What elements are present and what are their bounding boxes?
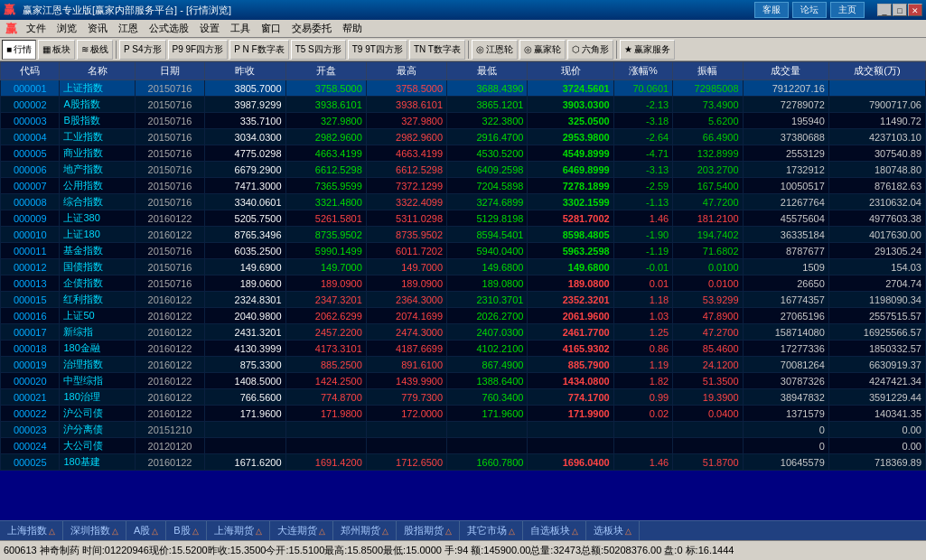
toolbar-ps4[interactable]: P S4方形 (119, 40, 166, 60)
table-row[interactable]: 000010 上证180 20160122 8765.3496 8735.950… (1, 227, 926, 243)
tab-dl-futures[interactable]: 大连期货△ (270, 521, 333, 541)
cell-low (447, 438, 528, 454)
toolbar-service[interactable]: ★赢家服务 (620, 40, 675, 60)
menu-tools[interactable]: 工具 (225, 20, 256, 37)
tab-zz-futures[interactable]: 郑州期货△ (333, 521, 397, 541)
table-row[interactable]: 000005 商业指数 20150716 4775.0298 4663.4199… (1, 145, 926, 162)
title-bar: 赢 赢家江恩专业版[赢家内部服务平台] - [行情浏览] 客服 论坛 主页 _ … (0, 0, 926, 20)
customer-service-button[interactable]: 客服 (754, 2, 789, 18)
table-row[interactable]: 000012 国债指数 20150716 149.6900 149.7000 1… (1, 259, 926, 275)
table-row[interactable]: 000019 治理指数 20160122 875.3300 885.2500 8… (1, 357, 926, 373)
header-low: 最低 (447, 62, 528, 80)
cell-name: 基金指数 (60, 243, 135, 259)
toolbar: ■ 行情 ▦ 板块 ≋ 极线 P S4方形 P9 9F四方形 P N F数字表 … (0, 38, 926, 61)
close-button[interactable]: ✕ (908, 4, 922, 16)
menu-formula[interactable]: 公式选股 (144, 20, 194, 37)
table-row[interactable]: 000001 上证指数 20150716 3805.7000 3758.5000… (1, 80, 926, 97)
cell-code: 000017 (1, 324, 60, 341)
menu-help[interactable]: 帮助 (337, 20, 368, 37)
toolbar-ts4[interactable]: T5 S四方形 (291, 40, 346, 60)
toolbar-jianen-wheel[interactable]: ◎江恩轮 (472, 40, 518, 60)
table-row[interactable]: 000016 上证50 20160122 2040.9800 2062.6299… (1, 308, 926, 324)
cell-high: 189.0900 (366, 275, 446, 292)
tab-watchlist[interactable]: 自选板块△ (523, 521, 586, 541)
menu-news[interactable]: 资讯 (82, 20, 113, 37)
table-row[interactable]: 000022 沪公司债 20160122 171.9600 171.9800 1… (1, 406, 926, 422)
header-amount: 成交额(万) (828, 62, 925, 80)
minimize-button[interactable]: _ (877, 4, 892, 16)
quotes-table: 代码 名称 日期 昨收 开盘 最高 最低 现价 涨幅% 振幅 成交量 成交额(万… (0, 61, 926, 471)
table-row[interactable]: 000020 中型综指 20160122 1408.5000 1424.2500… (1, 373, 926, 389)
table-row[interactable]: 000013 企债指数 20150716 189.0600 189.0900 1… (1, 275, 926, 292)
cell-name: 工业指数 (60, 129, 135, 145)
table-row[interactable]: 000018 180金融 20160122 4130.3999 4173.310… (1, 341, 926, 357)
cell-date: 20160122 (135, 454, 204, 471)
table-row[interactable]: 000007 公用指数 20150716 7471.3000 7365.9599… (1, 178, 926, 194)
cell-high: 4187.6699 (366, 341, 446, 357)
cell-open: 327.9800 (285, 113, 366, 129)
cell-low: 2916.4700 (447, 129, 528, 145)
toolbar-quotes[interactable]: ■ 行情 (2, 40, 36, 60)
app-logo: 赢 (4, 2, 15, 18)
maximize-button[interactable]: □ (893, 4, 907, 16)
toolbar-hex[interactable]: ⬡六角形 (567, 40, 613, 60)
cell-name: 沪公司债 (60, 406, 135, 422)
table-scroll[interactable]: 代码 名称 日期 昨收 开盘 最高 最低 现价 涨幅% 振幅 成交量 成交额(万… (0, 61, 926, 520)
table-row[interactable]: 000011 基金指数 20150716 6035.2500 5990.1499… (1, 243, 926, 259)
cell-date: 20151210 (135, 422, 204, 438)
cell-high: 2982.9600 (366, 129, 446, 145)
menu-bar: 赢 文件 浏览 资讯 江恩 公式选股 设置 工具 窗口 交易委托 帮助 (0, 20, 926, 38)
cell-open: 1424.2500 (285, 373, 366, 389)
table-row[interactable]: 000025 180基建 20160122 1671.6200 1691.420… (1, 454, 926, 471)
tab-other-market[interactable]: 其它市场△ (460, 521, 523, 541)
menu-window[interactable]: 窗口 (256, 20, 286, 37)
cell-name: 企债指数 (60, 275, 135, 292)
menu-trade[interactable]: 交易委托 (286, 20, 337, 37)
toolbar-pnf[interactable]: P N F数字表 (229, 40, 288, 60)
table-row[interactable]: 000023 沪分离债 20151210 0 0.00 (1, 422, 926, 438)
menu-settings[interactable]: 设置 (194, 20, 225, 37)
toolbar-polar[interactable]: ≋ 极线 (77, 40, 113, 60)
table-row[interactable]: 000024 大公司债 20120120 0 0.00 (1, 438, 926, 454)
table-row[interactable]: 000006 地产指数 20150716 6679.2900 6612.5298… (1, 162, 926, 178)
cell-high: 1712.6500 (366, 454, 446, 471)
menu-jianen[interactable]: 江恩 (113, 20, 144, 37)
tab-b-shares[interactable]: B股△ (166, 521, 206, 541)
cell-close: 4130.3999 (205, 341, 285, 357)
table-row[interactable]: 000008 综合指数 20150716 3340.0601 3321.4800… (1, 194, 926, 210)
table-row[interactable]: 000004 工业指数 20150716 3034.0300 2982.9600… (1, 129, 926, 145)
forum-button[interactable]: 论坛 (792, 2, 827, 18)
cell-close: 1671.6200 (205, 454, 285, 471)
cell-date: 20150716 (135, 259, 204, 275)
toolbar-win-wheel[interactable]: ◎赢家轮 (519, 40, 566, 60)
table-row[interactable]: 000021 180治理 20160122 766.5600 774.8700 … (1, 389, 926, 406)
homepage-button[interactable]: 主页 (830, 2, 865, 18)
cell-low (447, 422, 528, 438)
tab-shanghai[interactable]: 上海指数△ (0, 521, 63, 541)
pnf-label: P N F数字表 (234, 43, 284, 56)
cell-amount: 307540.89 (828, 145, 925, 162)
table-row[interactable]: 000003 B股指数 20150716 335.7100 327.9800 3… (1, 113, 926, 129)
table-row[interactable]: 000017 新综指 20160122 2431.3201 2457.2200 … (1, 324, 926, 341)
tab-select-sector[interactable]: 选板块△ (586, 521, 640, 541)
tab-a-shares[interactable]: A股△ (126, 521, 166, 541)
polar-label: 极线 (90, 43, 108, 56)
cell-price: 1434.0800 (528, 373, 613, 389)
toolbar-t9f[interactable]: T9 9T四方形 (348, 40, 407, 60)
menu-file[interactable]: 文件 (21, 20, 51, 37)
cell-name: 上证指数 (60, 80, 135, 97)
cell-open: 2982.9600 (285, 129, 366, 145)
cell-price: 7278.1899 (528, 178, 613, 194)
cell-code: 000022 (1, 406, 60, 422)
toolbar-p9f[interactable]: P9 9F四方形 (168, 40, 229, 60)
tab-sh-futures[interactable]: 上海期货△ (207, 521, 270, 541)
tab-shenzhen[interactable]: 深圳指数△ (63, 521, 126, 541)
toolbar-sector[interactable]: ▦ 板块 (38, 40, 75, 60)
table-row[interactable]: 000015 红利指数 20160122 2324.8301 2347.3201… (1, 292, 926, 308)
toolbar-tnf[interactable]: TN T数字表 (409, 40, 465, 60)
tab-index-futures[interactable]: 股指期货△ (397, 521, 460, 541)
menu-browse[interactable]: 浏览 (51, 20, 82, 37)
cell-name: B股指数 (60, 113, 135, 129)
table-row[interactable]: 000002 A股指数 20150716 3987.9299 3938.6101… (1, 97, 926, 113)
table-row[interactable]: 000009 上证380 20160122 5205.7500 5261.580… (1, 210, 926, 227)
